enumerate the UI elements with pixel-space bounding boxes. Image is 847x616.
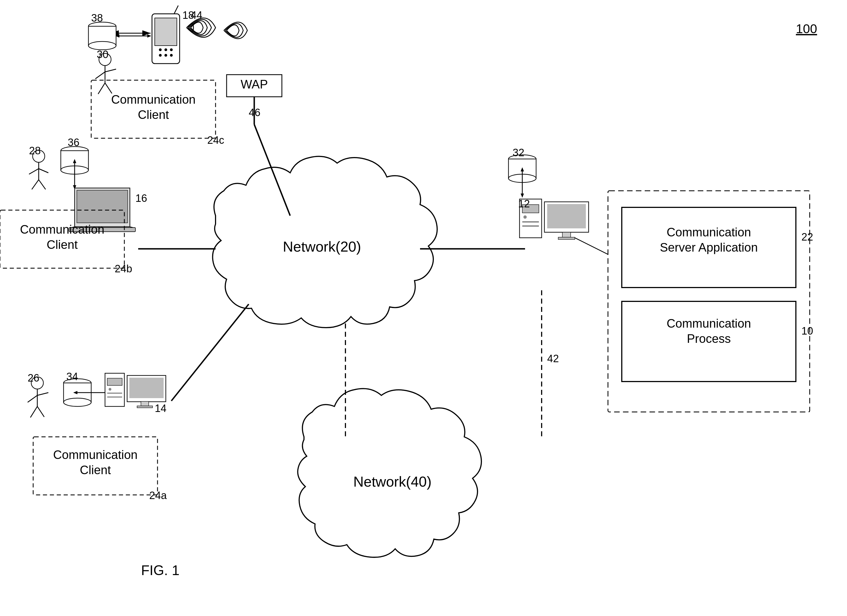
comm-client-a-line2: Client [80,463,111,477]
ref-100: 100 [796,22,817,36]
wireless-waves-44b [224,22,247,39]
svg-rect-43 [547,204,586,228]
svg-line-8 [174,6,178,14]
server-12 [519,199,589,239]
ref-16: 16 [136,192,147,204]
ref-34: 34 [66,371,78,383]
svg-rect-44 [562,232,571,238]
svg-rect-47 [107,378,122,386]
svg-rect-45 [558,237,575,239]
svg-point-5 [159,54,162,57]
svg-point-39 [523,216,527,219]
network-20-cloud: Network(20) [212,157,437,328]
svg-point-28 [63,398,91,406]
ref-24b: 24b [115,263,132,275]
svg-point-7 [170,54,173,57]
ref-24a: 24a [149,490,167,501]
ref-38: 38 [91,12,103,24]
svg-rect-34 [77,190,128,223]
svg-rect-40 [522,221,539,223]
svg-rect-41 [522,225,539,227]
ref-24c: 24c [207,134,224,146]
svg-line-57 [29,168,39,174]
svg-line-63 [95,72,105,79]
svg-rect-53 [141,402,149,406]
svg-point-3 [164,49,167,51]
svg-rect-52 [129,378,164,398]
svg-marker-76 [147,34,151,38]
ref-12: 12 [518,198,530,210]
svg-rect-49 [107,393,122,394]
line-network-to-client-a [171,304,249,401]
ref-26: 26 [28,372,39,384]
network40-label: Network(40) [353,474,431,490]
fig-label: FIG. 1 [141,563,180,578]
network-40-cloud: Network(40) [298,389,481,557]
svg-marker-23 [521,194,524,198]
diagram-container: Network(20) Network(40) WAP [0,0,847,616]
svg-point-2 [159,49,162,51]
db-32 [509,155,536,198]
svg-rect-1 [155,18,177,46]
network20-label: Network(20) [283,239,361,255]
ref-14: 14 [155,403,166,414]
ref-28: 28 [29,145,41,157]
line-server-to-boxes [575,238,608,254]
svg-point-6 [164,54,167,57]
mobile-phone-18 [152,6,180,64]
comm-server-app-line2: Server Application [660,241,758,254]
svg-line-70 [37,393,48,395]
svg-line-64 [105,69,116,72]
ref-22: 22 [801,231,813,243]
db-36 [61,146,89,189]
db-34 [63,379,109,406]
ref-32: 32 [513,147,524,158]
svg-rect-54 [137,406,152,408]
comm-process-line1: Communication [667,316,751,330]
svg-line-71 [30,406,37,418]
ref-44: 44 [191,9,202,21]
svg-line-72 [37,406,44,417]
svg-point-48 [109,388,111,391]
comm-client-c-line1: Communication [111,93,196,106]
wap-text: WAP [241,77,268,91]
svg-line-58 [39,168,48,173]
comm-server-app-line1: Communication [667,225,751,239]
svg-line-59 [32,180,39,189]
comm-process-line2: Process [687,332,731,345]
ref-10: 10 [801,325,813,337]
svg-line-66 [105,83,112,93]
svg-rect-50 [107,396,122,397]
comm-client-a-line1: Communication [53,448,138,461]
ref-30: 30 [97,49,108,60]
ref-42: 42 [547,353,559,364]
ref-36: 36 [68,137,79,148]
svg-line-69 [28,395,37,402]
comm-client-b-line2: Client [47,238,78,251]
comm-client-c-line2: Client [138,108,169,121]
svg-point-4 [170,49,173,51]
svg-line-60 [39,180,46,189]
db-38 [89,22,116,50]
ref-46: 46 [249,107,260,118]
svg-line-65 [98,83,105,94]
comm-client-b-line1: Communication [20,223,105,236]
